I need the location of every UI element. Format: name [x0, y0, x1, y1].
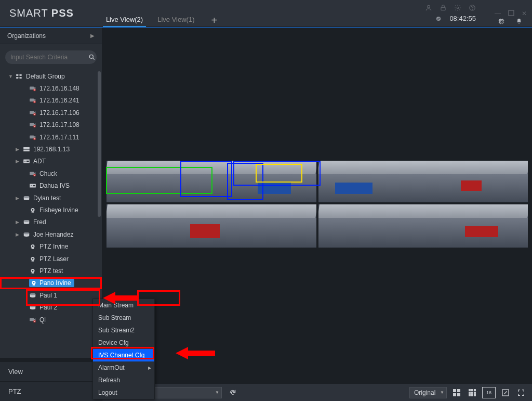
svg-rect-18: [30, 111, 34, 114]
svg-point-40: [24, 220, 30, 222]
svg-rect-7: [500, 20, 503, 23]
svg-rect-65: [469, 389, 471, 391]
search-input-wrapper[interactable]: [5, 50, 97, 64]
gear-icon[interactable]: [454, 4, 461, 11]
tree-item-label: PTZ test: [39, 267, 63, 275]
live-viewer[interactable]: [102, 28, 532, 383]
main-panel: ▼ Original ▼ 16: [102, 28, 532, 401]
svg-rect-29: [30, 172, 34, 175]
fullscreen-button[interactable]: [515, 387, 527, 398]
tab-liveview-1[interactable]: Live View(1): [156, 12, 195, 27]
context-menu-item[interactable]: IVS Channel Cfg: [93, 349, 154, 361]
svg-point-56: [30, 293, 36, 295]
tree-item-label: Dahua IVS: [39, 182, 70, 189]
svg-point-50: [32, 270, 34, 271]
device-icon: [29, 171, 36, 177]
context-menu-item[interactable]: AlarmOut: [93, 361, 154, 374]
context-menu-item[interactable]: Logout: [93, 386, 154, 399]
tree-item[interactable]: Chuck: [0, 167, 102, 179]
tree-item[interactable]: Pano Irvine: [0, 277, 102, 289]
svg-point-0: [428, 5, 430, 8]
user-icon[interactable]: [425, 4, 432, 11]
context-menu-item[interactable]: Main Stream: [93, 299, 154, 312]
device-icon: [29, 110, 36, 116]
edit-layout-button[interactable]: [500, 387, 511, 398]
svg-rect-10: [16, 74, 18, 76]
context-menu: Main StreamSub StreamSub Stream2Device C…: [92, 299, 155, 399]
context-menu-item[interactable]: Sub Stream2: [93, 324, 154, 337]
svg-rect-22: [30, 135, 34, 138]
tree-item[interactable]: Qi: [0, 314, 102, 326]
tree-root-label: Default Group: [26, 73, 65, 80]
tree-item-label: 172.16.16.148: [39, 85, 79, 92]
tree-item[interactable]: ▶ADT: [0, 156, 102, 167]
minimize-button[interactable]: —: [495, 10, 501, 17]
svg-rect-59: [30, 318, 34, 321]
camera-tile[interactable]: [318, 204, 528, 248]
search-icon[interactable]: [88, 54, 96, 61]
tree-item[interactable]: 172.16.17.106: [0, 107, 102, 119]
tree-item[interactable]: PTZ Irvine: [0, 240, 102, 252]
close-button[interactable]: ✕: [522, 10, 527, 17]
svg-rect-1: [441, 7, 445, 10]
camera-tile[interactable]: [318, 161, 528, 202]
context-menu-item[interactable]: Refresh: [93, 374, 154, 386]
tree-item-label: Joe Henandez: [33, 231, 73, 238]
tree-item-label: Chuck: [39, 170, 57, 177]
svg-point-47: [32, 258, 34, 260]
add-tab-button[interactable]: +: [208, 15, 220, 27]
tree-item[interactable]: Dahua IVS: [0, 180, 102, 192]
tab-liveview-2[interactable]: Live View(2): [105, 12, 144, 27]
svg-point-44: [32, 245, 34, 247]
svg-rect-13: [20, 77, 22, 79]
tree-item-label: Pano Irvine: [39, 279, 71, 287]
tree-item[interactable]: PTZ Laser: [0, 253, 102, 265]
grid-2x2-button[interactable]: [451, 387, 462, 398]
tree-item[interactable]: 172.16.17.108: [0, 119, 102, 131]
grid-3x3-button[interactable]: [467, 387, 478, 398]
search-input[interactable]: [10, 54, 88, 61]
chevron-right-icon: ▶: [90, 33, 95, 38]
svg-rect-67: [474, 389, 476, 391]
clock-text: 08:42:55: [449, 15, 476, 22]
help-icon[interactable]: [469, 4, 476, 11]
brand-logo: SMART PSS: [9, 7, 74, 19]
tree-item-label: 172.16.17.106: [39, 109, 79, 117]
device-icon: [29, 207, 36, 213]
chevron-down-icon: ▼: [440, 390, 444, 395]
lock-icon[interactable]: [440, 4, 447, 11]
cpu-icon[interactable]: [498, 18, 505, 25]
tabs: Live View(2) Live View(1) +: [105, 0, 220, 27]
detection-box: [256, 164, 302, 183]
grid-count-badge[interactable]: 16: [482, 387, 496, 398]
device-tree: ▼ Default Group 172.16.16.148172.16.16.2…: [0, 68, 102, 358]
tree-item[interactable]: ▶Fred: [0, 216, 102, 228]
camera-tile[interactable]: [107, 204, 316, 248]
tree-root[interactable]: ▼ Default Group: [0, 70, 102, 82]
context-menu-item[interactable]: Sub Stream: [93, 312, 154, 324]
bell-icon[interactable]: [515, 18, 523, 25]
tree-item[interactable]: PTZ test: [0, 265, 102, 277]
tree-item-label: 192.168.1.13: [33, 146, 70, 153]
tree-item[interactable]: ▶192.168.1.13: [0, 143, 102, 155]
svg-rect-64: [457, 393, 460, 396]
tree-item-label: PTZ Irvine: [39, 243, 68, 250]
maximize-button[interactable]: [508, 10, 514, 17]
tree-item[interactable]: ▶Joe Henandez: [0, 228, 102, 240]
tree-item[interactable]: Paul 2: [0, 301, 102, 313]
footer-ptz[interactable]: PTZ: [0, 381, 102, 401]
footer-view[interactable]: View: [0, 361, 102, 381]
chevron-right-icon: ▶: [16, 232, 20, 237]
scale-select[interactable]: Original ▼: [409, 387, 447, 398]
tree-item[interactable]: 172.16.17.111: [0, 131, 102, 143]
refresh-button[interactable]: [227, 387, 238, 398]
tree-item[interactable]: Paul 1: [0, 289, 102, 301]
tree-item[interactable]: 172.16.16.148: [0, 82, 102, 94]
tree-item-label: Dylan test: [33, 195, 61, 202]
context-menu-item[interactable]: Device Cfg: [93, 337, 154, 349]
tree-item[interactable]: Fisheye Irvine: [0, 204, 102, 216]
tree-item[interactable]: ▶Dylan test: [0, 192, 102, 204]
tree-item[interactable]: 172.16.16.241: [0, 95, 102, 107]
svg-point-35: [24, 196, 30, 198]
sidebar-header[interactable]: Organizations ▶: [0, 28, 102, 44]
